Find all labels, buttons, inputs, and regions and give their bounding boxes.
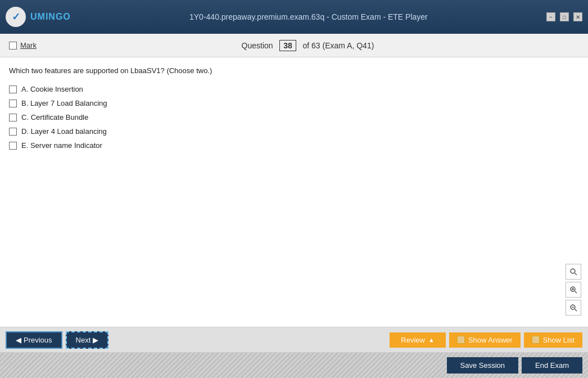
next-button[interactable]: Next ▶	[66, 331, 109, 349]
show-list-label: Show List	[543, 336, 575, 344]
svg-line-7	[575, 309, 577, 312]
show-answer-label: Show Answer	[468, 336, 513, 344]
option-b-checkbox[interactable]	[9, 100, 17, 107]
maximize-button[interactable]: □	[560, 12, 569, 21]
mark-checkbox[interactable]	[9, 42, 17, 50]
question-info: Question 38 of 63 (Exam A, Q41)	[242, 40, 374, 51]
question-number: 38	[279, 40, 296, 51]
content-area: Which two features are supported on Lbaa…	[0, 57, 588, 327]
end-exam-label: End Exam	[535, 361, 569, 370]
title-bar: ✓ UMINGO 1Y0-440.prepaway.premium.exam.6…	[0, 0, 588, 34]
option-a-id: A	[21, 85, 26, 93]
option-c: C. Certificate Bundle	[9, 113, 579, 122]
option-a-checkbox[interactable]	[9, 86, 17, 93]
option-b: B. Layer 7 Load Balancing	[9, 99, 579, 107]
title-bar-left: ✓ UMINGO	[6, 7, 71, 27]
option-c-checkbox[interactable]	[9, 114, 17, 122]
save-session-label: Save Session	[460, 361, 505, 370]
svg-point-0	[571, 269, 575, 273]
next-label: Next	[76, 336, 91, 344]
option-d: D. Layer 4 Load balancing	[9, 127, 579, 136]
title-bar-controls: − □ ✕	[546, 12, 582, 21]
option-d-text: Layer 4 Load balancing	[31, 127, 107, 136]
option-e-label: E. Server name Indicator	[21, 141, 102, 150]
previous-label: Previous	[24, 336, 52, 344]
option-e-checkbox[interactable]	[9, 142, 17, 150]
mark-area: Mark	[9, 41, 37, 50]
option-b-id: B	[21, 99, 26, 107]
option-a-text: Cookie Insertion	[30, 85, 83, 93]
search-icon-button[interactable]	[566, 264, 581, 280]
show-answer-button[interactable]: Show Answer	[449, 332, 521, 348]
zoom-out-icon	[569, 304, 577, 312]
zoom-icons	[566, 264, 581, 316]
option-c-label: C. Certificate Bundle	[21, 113, 88, 122]
show-list-icon	[532, 336, 540, 344]
option-d-id: D	[21, 127, 26, 136]
logo-check-icon: ✓	[12, 11, 20, 23]
nav-row: ◀ Previous Next ▶ Review ▲ Show Answer S…	[0, 327, 588, 353]
option-e-id: E	[21, 141, 26, 150]
svg-line-3	[575, 291, 577, 294]
show-list-button[interactable]: Show List	[524, 332, 582, 348]
minimize-button[interactable]: −	[546, 12, 555, 21]
option-c-id: C	[21, 113, 26, 122]
review-button[interactable]: Review ▲	[390, 332, 446, 348]
save-session-button[interactable]: Save Session	[447, 357, 519, 374]
question-label: Question	[242, 41, 273, 50]
zoom-in-button[interactable]	[566, 282, 581, 298]
logo-text: UMINGO	[30, 12, 71, 22]
option-b-label: B. Layer 7 Load Balancing	[21, 99, 107, 107]
zoom-in-icon	[569, 286, 577, 294]
header-row: Mark Question 38 of 63 (Exam A, Q41)	[0, 34, 588, 57]
question-total: of 63 (Exam A, Q41)	[303, 41, 374, 50]
option-d-checkbox[interactable]	[9, 128, 17, 136]
option-d-label: D. Layer 4 Load balancing	[21, 127, 107, 136]
prev-arrow-icon: ◀	[16, 336, 21, 344]
review-label: Review	[401, 336, 425, 344]
previous-button[interactable]: ◀ Previous	[6, 331, 62, 349]
end-exam-button[interactable]: End Exam	[522, 357, 582, 374]
bottom-bar: ◀ Previous Next ▶ Review ▲ Show Answer S…	[0, 327, 588, 378]
option-a: A. Cookie Insertion	[9, 85, 579, 93]
window-title: 1Y0-440.prepaway.premium.exam.63q - Cust…	[189, 12, 428, 21]
option-a-label: A. Cookie Insertion	[21, 85, 83, 93]
next-arrow-icon: ▶	[93, 336, 98, 344]
logo-circle: ✓	[6, 7, 26, 27]
review-arrow-icon: ▲	[428, 336, 435, 343]
mark-label[interactable]: Mark	[20, 41, 37, 50]
zoom-out-button[interactable]	[566, 300, 581, 316]
search-icon	[569, 268, 577, 276]
close-button[interactable]: ✕	[573, 12, 582, 21]
question-text: Which two features are supported on Lbaa…	[9, 66, 579, 75]
option-c-text: Certificate Bundle	[31, 113, 89, 122]
option-b-text: Layer 7 Load Balancing	[30, 99, 107, 107]
action-row: Save Session End Exam	[0, 353, 588, 378]
svg-line-1	[575, 273, 577, 276]
show-answer-icon	[457, 336, 465, 344]
option-e: E. Server name Indicator	[9, 141, 579, 150]
option-e-text: Server name Indicator	[30, 141, 102, 150]
